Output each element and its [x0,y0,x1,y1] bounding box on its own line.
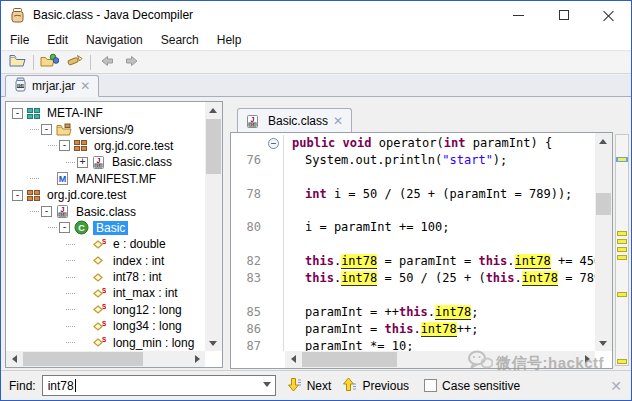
tree-vscroll-thumb[interactable] [206,119,221,174]
find-input[interactable]: int78 [42,375,276,396]
tree-hscroll-thumb[interactable] [23,352,143,366]
scroll-left-icon[interactable] [285,351,301,367]
open-file-button[interactable] [5,53,30,73]
collapse-icon[interactable]: - [12,108,23,119]
tree-item-long12-long[interactable]: Slong12 : long [6,302,205,318]
open-type-button[interactable] [37,53,62,73]
tree-item-long-min-long[interactable]: Slong_min : long [6,334,205,350]
code-line[interactable] [231,203,595,220]
maximize-icon [559,10,569,20]
editor-tab-basic-class[interactable]: J010 Basic.class ✕ [237,108,352,133]
collapse-icon[interactable]: - [59,222,70,233]
tree-item-label: int78 : int [110,270,165,284]
search-button[interactable] [62,53,87,73]
scroll-down-icon[interactable] [595,335,611,351]
ruler-match-mark[interactable] [617,239,627,244]
menu-item-edit[interactable]: Edit [38,29,77,50]
tree-item-label: org.jd.core.test [91,139,176,153]
combo-dropdown-icon[interactable] [263,382,271,387]
tree-item-e-double[interactable]: Se : double [6,236,205,252]
scroll-right-icon[interactable] [579,351,595,367]
code-text: int i = 50 / (25 + (paramInt = 789)); [284,186,595,203]
code-horizontal-scrollbar[interactable] [285,351,595,368]
ruler-match-mark[interactable] [617,247,627,252]
fold-collapse-icon[interactable] [268,138,279,149]
collapse-icon[interactable]: - [59,140,70,151]
find-previous-button[interactable]: Previous [342,377,409,395]
scroll-up-icon[interactable] [595,133,611,149]
collapse-icon[interactable]: - [41,206,52,217]
find-close-icon[interactable]: ✕ [610,378,622,394]
code-hscroll-thumb[interactable] [302,352,397,367]
code-line-86[interactable]: 86paramInt = this.int78++; [231,321,595,338]
scroll-left-icon[interactable] [6,351,22,367]
ruler-match-mark[interactable] [617,359,627,364]
tree-item-int78-int[interactable]: int78 : int [6,269,205,285]
static-field-icon: S [92,303,106,316]
tab-close-icon[interactable]: ✕ [333,115,343,127]
tree-item-label: META-INF [44,106,106,120]
tree-item-basic[interactable]: -CBasic [6,220,205,236]
minimize-button[interactable] [496,1,541,29]
tree-horizontal-scrollbar[interactable] [6,351,205,367]
package-teal-icon [27,107,40,120]
maximize-button[interactable] [541,1,586,29]
expand-icon[interactable]: + [77,157,88,168]
code-line-82[interactable]: 82this.int78 = paramInt = this.int78 += … [231,253,595,270]
menu-item-file[interactable]: File [1,29,38,50]
code-line[interactable] [231,169,595,186]
case-sensitive-checkbox[interactable] [424,379,437,392]
code-line[interactable] [231,236,595,253]
tree-item-manifest-mf[interactable]: MMANIFEST.MF [6,171,205,187]
ruler-match-mark[interactable] [617,292,627,297]
close-button[interactable] [586,1,631,29]
find-query: int78 [48,379,74,393]
tree-item-basic-class[interactable]: +J010Basic.class [6,154,205,170]
tab-close-icon[interactable]: ✕ [80,80,90,92]
find-bar: Find: int78 Next Previous Case sensitive… [1,370,631,400]
package-tree-panel: -META-INF-versions/9-org.jd.core.test+J0… [5,101,223,368]
code-line-78[interactable]: 78int i = 50 / (25 + (paramInt = 789)); [231,186,595,203]
code-vscroll-thumb[interactable] [596,193,611,215]
tree-item-label: MANIFEST.MF [73,172,159,186]
open-type-icon [40,53,59,72]
menu-item-search[interactable]: Search [152,29,208,50]
find-next-button[interactable]: Next [287,377,332,395]
code-line-85[interactable]: 85paramInt = ++this.int78; [231,304,595,321]
fold-column [261,253,284,270]
tree-item-versions-9[interactable]: -versions/9 [6,121,205,137]
tree-connector [66,342,75,343]
code-line-80[interactable]: 80i = paramInt += 100; [231,219,595,236]
code-line-83[interactable]: 83this.int78 = 50 / (25 + (this.int78 = … [231,270,595,287]
menu-item-help[interactable]: Help [208,29,251,50]
scroll-up-icon[interactable] [205,102,221,118]
collapse-icon[interactable]: - [41,124,52,135]
code-line-76[interactable]: 76System.out.println("start"); [231,152,595,169]
scroll-right-icon[interactable] [189,351,205,367]
tree-item-int-max-int[interactable]: Sint_max : int [6,285,205,301]
ruler-match-mark[interactable] [617,231,627,236]
ruler-match-mark[interactable] [617,255,627,260]
tree-vertical-scrollbar[interactable] [205,102,222,351]
tree-item-basic-class[interactable]: -J010Basic.class [6,203,205,219]
code-line-87[interactable]: 87paramInt *= 10; [231,338,595,351]
code-vertical-scrollbar[interactable] [595,133,612,351]
ruler-current-match-mark[interactable] [617,157,627,162]
line-number: 80 [231,219,261,236]
panel-splitter[interactable] [223,97,230,368]
tree-item-long34-long[interactable]: Slong34 : long [6,318,205,334]
tree-item-index-int[interactable]: index : int [6,253,205,269]
tree-item-org-jd-core-test[interactable]: -org.jd.core.test [6,187,205,203]
scroll-down-icon[interactable] [205,335,221,351]
tree-item-org-jd-core-test[interactable]: -org.jd.core.test [6,138,205,154]
menu-item-navigation[interactable]: Navigation [77,29,152,50]
code-line[interactable]: public void operator(int paramInt) { [231,135,595,152]
code-line[interactable] [231,287,595,304]
code-text: paramInt = ++this.int78; [284,304,595,321]
main-tab-mrjar-jar[interactable]: 010mrjar.jar✕ [5,75,99,97]
main-tab-label: mrjar.jar [32,79,75,93]
back-icon [99,54,115,72]
collapse-icon[interactable]: - [12,190,23,201]
tree-item-meta-inf[interactable]: -META-INF [6,105,205,121]
minimize-icon [513,15,524,16]
